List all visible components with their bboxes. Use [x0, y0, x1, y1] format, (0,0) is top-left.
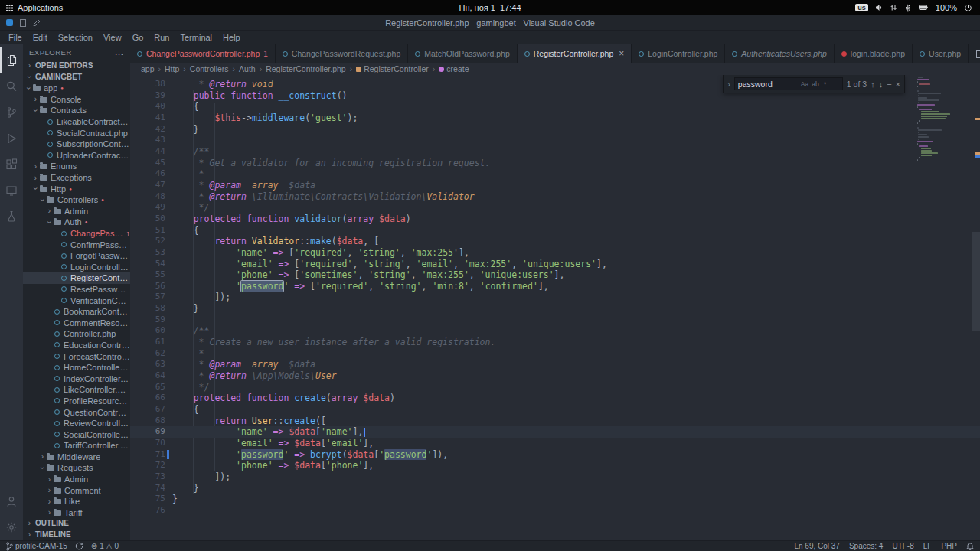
line-number[interactable]: 61	[130, 337, 165, 348]
tree-file-ForecastController.php[interactable]: ForecastController.php	[23, 350, 130, 362]
minimap[interactable]	[916, 77, 972, 166]
tree-file-ChangePasswordController.php[interactable]: ChangePasswordController.php1	[23, 228, 130, 240]
explorer-more-actions-icon[interactable]: …	[115, 47, 125, 57]
line-number[interactable]: 60	[130, 325, 165, 337]
line-number[interactable]: 42	[130, 124, 165, 135]
power-icon[interactable]	[964, 4, 972, 11]
language-mode[interactable]: PHP	[941, 542, 957, 550]
tree-file-UploaderContract.php[interactable]: UploaderContract.php	[23, 150, 130, 161]
volume-icon[interactable]	[875, 4, 883, 11]
line-number[interactable]: 64	[130, 370, 165, 382]
notifications-bell-icon[interactable]	[966, 542, 974, 550]
search-icon[interactable]	[0, 73, 23, 99]
tree-folder-Auth[interactable]: ›Auth●	[23, 217, 130, 228]
code-line-70[interactable]: 70 'email' => $data['email'],	[130, 438, 980, 449]
chevron-icon[interactable]: ›	[24, 85, 33, 92]
source-control-icon[interactable]	[0, 99, 23, 126]
explorer-icon[interactable]	[0, 47, 23, 73]
tree-folder-Admin[interactable]: ›Admin	[23, 206, 130, 217]
code-line-58[interactable]: 58 }	[130, 303, 980, 315]
previous-match-icon[interactable]: ↑	[871, 80, 875, 89]
line-number[interactable]: 47	[130, 180, 165, 191]
line-number[interactable]: 51	[130, 225, 165, 236]
tree-file-LikeableContract.php[interactable]: LikeableContract.php	[23, 116, 130, 128]
code-line-49[interactable]: 49 */	[130, 202, 980, 214]
menu-selection[interactable]: Selection	[53, 33, 98, 42]
settings-gear-icon[interactable]	[0, 514, 23, 540]
line-number[interactable]: 40	[130, 101, 165, 112]
menu-help[interactable]: Help	[217, 33, 246, 42]
testing-icon[interactable]	[0, 204, 23, 230]
close-tab-icon[interactable]: ×	[619, 48, 624, 59]
open-editors-section[interactable]: › OPEN EDITORS	[23, 60, 130, 71]
cursor-position[interactable]: Ln 69, Col 37	[794, 542, 840, 550]
line-number[interactable]: 53	[130, 247, 165, 259]
line-number[interactable]: 50	[130, 214, 165, 225]
tree-folder-Http[interactable]: ›Http●	[23, 183, 130, 194]
regex-icon[interactable]: .*	[822, 80, 827, 88]
code-line-40[interactable]: 40 {	[130, 101, 980, 112]
breadcrumb-RegisterController[interactable]: RegisterController	[356, 64, 429, 73]
tree-folder-Comment[interactable]: ›Comment	[23, 484, 130, 496]
chevron-icon[interactable]: ›	[46, 475, 53, 484]
line-number[interactable]: 72	[130, 460, 165, 471]
tab-ChangePasswordRequest.php[interactable]: ChangePasswordRequest.php	[276, 44, 408, 63]
tree-file-RegisterController.php[interactable]: RegisterController.php	[23, 272, 130, 284]
tree-folder-Admin[interactable]: ›Admin	[23, 474, 130, 485]
battery-icon[interactable]	[919, 5, 929, 11]
chevron-icon[interactable]: ›	[32, 174, 39, 182]
code-line-52[interactable]: 52 return Validator::make($data, [	[130, 236, 980, 247]
line-number[interactable]: 71	[130, 449, 165, 461]
code-line-65[interactable]: 65 */	[130, 382, 980, 393]
code-line-72[interactable]: 72 'phone' => $data['phone'],	[130, 460, 980, 471]
code-line-46[interactable]: 46 *	[130, 168, 980, 180]
tab-LoginController.php[interactable]: LoginController.php	[632, 44, 725, 63]
chevron-icon[interactable]: ›	[32, 95, 39, 103]
code-line-42[interactable]: 42 }	[130, 124, 980, 135]
tree-file-QuestionController.php[interactable]: QuestionController.php	[23, 406, 130, 418]
line-number[interactable]: 41	[130, 112, 165, 124]
toggle-replace-icon[interactable]: ›	[727, 80, 730, 89]
chevron-icon[interactable]: ›	[39, 452, 46, 461]
code-line-71[interactable]: 71 'password' => bcrypt($data['password'…	[130, 449, 980, 461]
code-line-59[interactable]: 59	[130, 315, 980, 326]
applications-menu[interactable]: Applications	[0, 3, 63, 12]
keyboard-layout-indicator[interactable]: us	[855, 4, 868, 11]
remote-explorer-icon[interactable]	[0, 178, 23, 204]
menu-file[interactable]: File	[3, 33, 28, 42]
line-number[interactable]: 52	[130, 236, 165, 247]
run-debug-icon[interactable]	[0, 126, 23, 152]
code-line-60[interactable]: 60 /**	[130, 325, 980, 337]
line-number[interactable]: 56	[130, 281, 165, 292]
tab-AuthenticatesUsers.php[interactable]: AuthenticatesUsers.php	[725, 44, 834, 63]
chevron-icon[interactable]: ›	[31, 107, 40, 114]
code-line-55[interactable]: 55 'phone' => ['sometimes', 'string', 'm…	[130, 269, 980, 281]
tree-file-SubscriptionContract.php[interactable]: SubscriptionContract.php	[23, 139, 130, 150]
menu-view[interactable]: View	[98, 33, 127, 42]
code-line-62[interactable]: 62 *	[130, 348, 980, 360]
menu-edit[interactable]: Edit	[28, 33, 53, 42]
chevron-icon[interactable]: ›	[46, 497, 53, 506]
tree-folder-Console[interactable]: ›Console	[23, 94, 130, 106]
tree-file-LikeController.php[interactable]: LikeController.php	[23, 384, 130, 396]
breadcrumb-Controllers[interactable]: Controllers	[190, 64, 229, 73]
code-line-68[interactable]: 68 return User::create([	[130, 416, 980, 427]
line-number[interactable]: 73	[130, 471, 165, 483]
code-line-73[interactable]: 73 ]);	[130, 471, 980, 483]
line-number[interactable]: 75	[130, 494, 165, 505]
bluetooth-icon[interactable]	[904, 4, 912, 12]
breadcrumb-RegisterController.php[interactable]: RegisterController.php	[266, 64, 345, 73]
tree-folder-Contracts[interactable]: ›Contracts	[23, 105, 130, 116]
close-find-icon[interactable]: ×	[896, 80, 900, 89]
code-line-66[interactable]: 66 protected function create(array $data…	[130, 393, 980, 404]
line-number[interactable]: 70	[130, 438, 165, 449]
code-line-41[interactable]: 41 $this->middleware('guest');	[130, 112, 980, 124]
find-in-selection-icon[interactable]: ≡	[887, 80, 891, 89]
line-number[interactable]: 63	[130, 359, 165, 370]
line-number[interactable]: 67	[130, 404, 165, 416]
tab-User.php[interactable]: User.php	[913, 44, 969, 63]
tree-folder-app[interactable]: ›app●	[23, 83, 130, 94]
chevron-icon[interactable]: ›	[38, 465, 47, 471]
code-line-43[interactable]: 43	[130, 135, 980, 146]
breadcrumb-app[interactable]: app	[141, 64, 155, 73]
